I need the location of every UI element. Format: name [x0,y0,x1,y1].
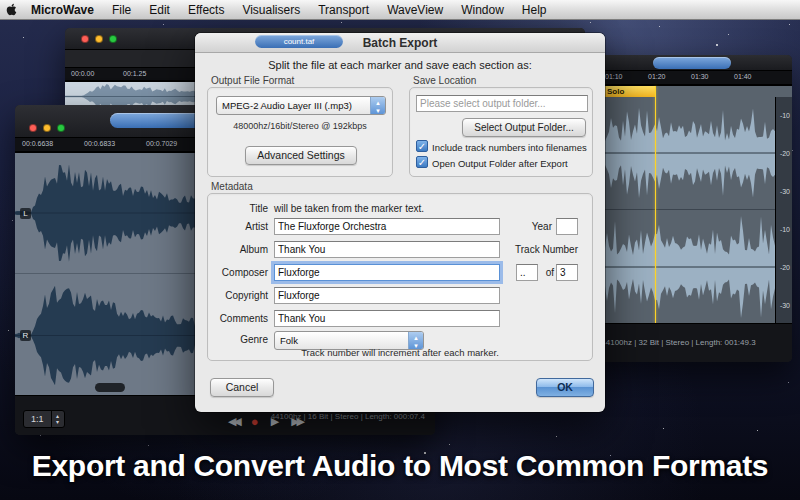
track-current-field[interactable] [516,264,538,281]
menu-item-window[interactable]: Window [452,0,513,20]
output-format-groupbox: MPEG-2 Audio Layer III (.mp3) ▲▼ 48000hz… [207,87,393,177]
album-field[interactable] [274,241,500,258]
channel-badge-left: L [20,208,31,219]
save-location-group-label: Save Location [413,75,476,86]
db-tick: -20 [780,264,790,271]
menu-item-help[interactable]: Help [513,0,556,20]
output-format-group-label: Output File Format [211,75,294,86]
ruler-label: 00:1.25 [123,70,146,77]
select-output-folder-button[interactable]: Select Output Folder... [462,118,586,137]
ruler-label: 01:10 [605,73,623,80]
popup-arrows-icon: ▲▼ [370,97,385,114]
db-tick: -20 [780,150,790,157]
record-button[interactable]: ● [251,414,259,429]
apple-menu-icon[interactable] [0,1,22,19]
audio-format-status: 44100hz | 16 Bit | Stereo | Length: 000:… [271,412,425,421]
db-scale-ruler: -10 -20 -30 [775,97,792,210]
batch-export-dialog: Batch Export Split the file at each mark… [195,33,605,412]
ruler-label: 01:30 [691,73,709,80]
include-track-numbers-checkbox[interactable]: ✓ [416,140,428,152]
track-increment-note: Track number will increment after each m… [208,347,592,358]
ok-button[interactable]: OK [536,378,594,397]
menu-bar: MicroWave File Edit Effects Visualisers … [0,0,800,20]
open-output-folder-label: Open Output Folder after Export [432,158,568,169]
zoom-stepper[interactable]: ▴▾ [51,411,64,427]
advanced-settings-button[interactable]: Advanced Settings [245,146,357,165]
include-track-numbers-label: Include track numbers into filenames [432,142,587,153]
marker-pill[interactable] [95,383,125,392]
ruler-label: 01:40 [734,73,752,80]
comments-label: Comments [218,313,268,324]
menu-item-effects[interactable]: Effects [179,0,233,20]
format-popup-value: MPEG-2 Audio Layer III (.mp3) [222,100,352,111]
menu-item-edit[interactable]: Edit [140,0,179,20]
right-window-title-pill[interactable] [653,57,731,69]
close-button[interactable] [29,124,37,132]
composer-field[interactable] [274,264,500,281]
ruler-label: 00:0.6638 [22,140,53,147]
minimize-button[interactable] [95,35,103,43]
ruler-label: 00:0.00 [71,70,94,77]
db-tick: -10 [780,226,790,233]
comments-field[interactable] [274,310,500,327]
track-of-label: of [546,267,554,278]
track-number-label: Track Number [515,244,578,255]
ruler-label: 00:0.6833 [84,140,115,147]
db-scale-ruler: -10 -20 -30 [775,210,792,324]
marketing-caption: Export and Convert Audio to Most Common … [0,449,800,483]
zoom-ratio-value: 1:1 [24,414,51,424]
album-label: Album [218,244,268,255]
copyright-field[interactable] [274,287,500,304]
year-label: Year [532,221,552,232]
minimize-button[interactable] [43,124,51,132]
menu-item-visualisers[interactable]: Visualisers [233,0,309,20]
menu-item-waveview[interactable]: WaveView [378,0,452,20]
ruler-label: 01:20 [648,73,666,80]
zoom-button[interactable] [109,35,117,43]
db-tick: -30 [780,302,790,309]
title-note: will be taken from the marker text. [274,203,424,214]
menu-item-microwave[interactable]: MicroWave [22,0,103,20]
save-location-groupbox: Select Output Folder... ✓ Include track … [409,87,593,177]
composer-label: Composer [218,267,268,278]
genre-label: Genre [218,334,268,345]
year-field[interactable] [556,218,578,235]
playhead-cursor[interactable] [655,86,656,323]
channel-badge-right: R [20,330,31,341]
format-details: 48000hz/16bit/Stereo @ 192kbps [208,121,392,131]
cancel-button[interactable]: Cancel [210,378,274,397]
desktop: MicroWave File Edit Effects Visualisers … [0,0,800,500]
open-output-folder-checkbox[interactable]: ✓ [416,156,428,168]
zoom-button[interactable] [57,124,65,132]
db-tick: -30 [780,188,790,195]
metadata-group-label: Metadata [211,181,253,192]
title-label: Title [218,203,268,214]
menu-item-file[interactable]: File [103,0,140,20]
menu-item-transport[interactable]: Transport [309,0,378,20]
genre-popup-value: Folk [280,335,298,346]
zoom-ratio-control[interactable]: 1:1 ▴▾ [23,410,65,428]
output-folder-field[interactable] [416,95,588,112]
copyright-label: Copyright [218,290,268,301]
format-popup[interactable]: MPEG-2 Audio Layer III (.mp3) ▲▼ [216,96,386,115]
ruler-label: 00:0.7029 [146,140,177,147]
artist-field[interactable] [274,218,500,235]
artist-label: Artist [218,221,268,232]
back-window-title-pill[interactable]: count.taf [255,35,343,48]
metadata-groupbox: Title will be taken from the marker text… [207,193,593,361]
dialog-subtitle: Split the file at each marker and save e… [195,59,605,71]
track-total-field[interactable] [556,264,578,281]
db-tick: -10 [780,112,790,119]
rewind-button[interactable]: ◀◀ [228,415,239,428]
close-button[interactable] [81,35,89,43]
